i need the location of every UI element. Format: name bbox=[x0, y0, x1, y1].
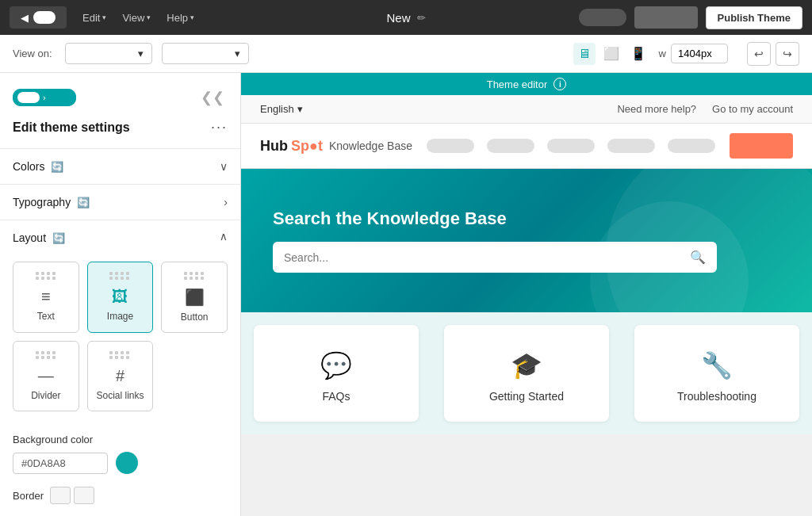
social-layout-icon: # bbox=[116, 367, 124, 385]
kb-hero: Search the Knowledge Base 🔍 bbox=[241, 169, 812, 312]
kb-cards: 💬 FAQs 🎓 Getting Started 🔧 Troubleshooti… bbox=[241, 312, 812, 434]
layout-item-image[interactable]: 🖼 Image bbox=[87, 262, 154, 333]
layout-chevron-icon: ∨ bbox=[220, 231, 228, 244]
kb-card-troubleshooting: 🔧 Troubleshooting bbox=[634, 325, 799, 422]
help-menu[interactable]: Help ▾ bbox=[160, 9, 201, 27]
preview-content: English ▾ Need more help? Go to my accou… bbox=[241, 95, 812, 516]
border-box-1[interactable] bbox=[50, 487, 71, 504]
kb-nav-pill-5 bbox=[668, 139, 715, 153]
border-box-2[interactable] bbox=[74, 487, 94, 504]
title-edit-icon[interactable]: ✏ bbox=[417, 12, 426, 24]
edit-chevron-icon: ▾ bbox=[102, 13, 106, 21]
sidebar-back-button[interactable]: › bbox=[13, 89, 76, 106]
layout-item-divider[interactable]: — Divider bbox=[13, 341, 79, 411]
layout-label: Layout bbox=[13, 231, 46, 244]
kb-topbar-left: English ▾ bbox=[260, 103, 303, 115]
typography-label: Typography bbox=[13, 196, 71, 208]
sidebar-header: › ❮❮ bbox=[0, 73, 240, 119]
faqs-label: FAQs bbox=[322, 390, 350, 403]
kb-nav: HubSp●t Knowledge Base bbox=[241, 124, 812, 169]
troubleshooting-label: Troubleshooting bbox=[677, 390, 756, 403]
width-input[interactable] bbox=[671, 44, 728, 63]
kb-nav-pill-4 bbox=[607, 139, 655, 153]
edit-menu[interactable]: Edit ▾ bbox=[76, 9, 113, 27]
device-icons: 🖥 ⬜ 📱 bbox=[573, 43, 649, 65]
desktop-icon[interactable]: 🖥 bbox=[573, 43, 596, 65]
colors-label: Colors bbox=[13, 160, 44, 173]
layout-item-button[interactable]: ⬛ Button bbox=[161, 262, 228, 333]
image-layout-icon: 🖼 bbox=[112, 288, 128, 306]
colors-section-header[interactable]: Colors 🔄 ∨ bbox=[0, 149, 240, 184]
troubleshooting-icon: 🔧 bbox=[701, 350, 733, 380]
layout-item-social[interactable]: # Social links bbox=[87, 341, 154, 411]
kb-language-label: English bbox=[260, 103, 294, 115]
view-dropdown-1[interactable]: ▾ bbox=[65, 43, 152, 64]
kb-language-chevron-icon: ▾ bbox=[297, 103, 303, 115]
sidebar-collapse-button[interactable]: ❮❮ bbox=[197, 86, 228, 109]
toolbar2: View on: ▾ ▾ 🖥 ⬜ 📱 w ↩ ↪ bbox=[0, 35, 812, 73]
top-bar: ◀ Edit ▾ View ▾ Help ▾ New ✏ Publish The… bbox=[0, 0, 812, 35]
kb-topbar: English ▾ Need more help? Go to my accou… bbox=[241, 95, 812, 124]
sidebar: › ❮❮ Edit theme settings ··· Colors 🔄 ∨ bbox=[0, 73, 241, 516]
view-menu[interactable]: View ▾ bbox=[116, 9, 157, 27]
back-arrow-icon: ◀ bbox=[21, 12, 29, 24]
colors-refresh-icon: 🔄 bbox=[51, 161, 63, 173]
kb-card-faqs: 💬 FAQs bbox=[254, 325, 419, 422]
kb-search-bar: 🔍 bbox=[273, 242, 717, 273]
layout-section-header[interactable]: Layout 🔄 ∨ bbox=[0, 220, 240, 255]
width-field: w bbox=[659, 44, 728, 63]
background-color-section: Background color bbox=[0, 424, 240, 480]
border-label: Border bbox=[13, 490, 44, 502]
kb-nav-pill-1 bbox=[427, 139, 474, 153]
kb-hero-title: Search the Knowledge Base bbox=[273, 208, 793, 229]
getting-started-label: Getting Started bbox=[489, 390, 564, 403]
layout-item-image-label: Image bbox=[107, 311, 133, 322]
kb-nav-pill-2 bbox=[487, 139, 534, 153]
kb-logo: HubSp●t Knowledge Base bbox=[260, 138, 412, 155]
kb-search-input[interactable] bbox=[284, 251, 682, 264]
background-color-input[interactable] bbox=[13, 453, 108, 474]
typography-refresh-icon: 🔄 bbox=[77, 197, 90, 208]
kb-logo-subtitle: Knowledge Base bbox=[329, 140, 412, 152]
mobile-icon[interactable]: 📱 bbox=[627, 43, 649, 65]
redo-button[interactable]: ↪ bbox=[776, 42, 799, 66]
top-bar-right: Publish Theme bbox=[579, 6, 802, 29]
sidebar-title: Edit theme settings bbox=[13, 120, 130, 135]
sidebar-more-button[interactable]: ··· bbox=[211, 119, 228, 136]
view-dropdown-2[interactable]: ▾ bbox=[162, 43, 249, 64]
background-color-label: Background color bbox=[13, 434, 228, 445]
preview-area: Theme editor i English ▾ Need more help?… bbox=[241, 73, 812, 516]
color-picker-swatch[interactable] bbox=[116, 452, 138, 474]
layout-grid: ≡ Text 🖼 Image bbox=[0, 255, 240, 424]
layout-refresh-icon: 🔄 bbox=[52, 232, 65, 244]
layout-section: Layout 🔄 ∨ ≡ Text bbox=[0, 220, 240, 424]
kb-language-selector[interactable]: English ▾ bbox=[260, 103, 303, 115]
undo-button[interactable]: ↩ bbox=[747, 42, 771, 66]
theme-editor-label: Theme editor bbox=[487, 78, 548, 90]
toolbar2-center: 🖥 ⬜ 📱 w ↩ ↪ bbox=[573, 42, 799, 66]
kb-search-icon[interactable]: 🔍 bbox=[690, 250, 706, 265]
layout-item-text[interactable]: ≡ Text bbox=[13, 262, 79, 333]
getting-started-icon: 🎓 bbox=[511, 350, 542, 380]
theme-editor-info-icon[interactable]: i bbox=[553, 78, 566, 90]
background-color-row bbox=[13, 452, 228, 474]
page-title: New ✏ bbox=[386, 11, 425, 25]
top-bar-pill bbox=[579, 9, 626, 26]
tablet-icon[interactable]: ⬜ bbox=[600, 43, 622, 65]
publish-button[interactable]: Publish Theme bbox=[706, 6, 802, 29]
layout-item-divider-label: Divider bbox=[31, 390, 60, 401]
kb-need-help-link[interactable]: Need more help? bbox=[617, 103, 696, 115]
top-bar-pill2 bbox=[634, 6, 698, 29]
typography-section-header[interactable]: Typography 🔄 › bbox=[0, 185, 240, 220]
top-bar-menus: Edit ▾ View ▾ Help ▾ bbox=[76, 9, 201, 27]
view-chevron-icon: ▾ bbox=[147, 13, 151, 21]
kb-nav-cta-button[interactable] bbox=[730, 133, 793, 159]
back-button[interactable]: ◀ bbox=[10, 6, 67, 29]
kb-card-getting-started: 🎓 Getting Started bbox=[444, 325, 609, 422]
layout-item-social-label: Social links bbox=[96, 390, 144, 401]
kb-my-account-link[interactable]: Go to my account bbox=[712, 103, 793, 115]
button-layout-icon: ⬛ bbox=[185, 288, 205, 307]
layout-item-button-label: Button bbox=[181, 312, 209, 323]
view-on-label: View on: bbox=[13, 48, 52, 59]
border-boxes bbox=[50, 487, 94, 504]
